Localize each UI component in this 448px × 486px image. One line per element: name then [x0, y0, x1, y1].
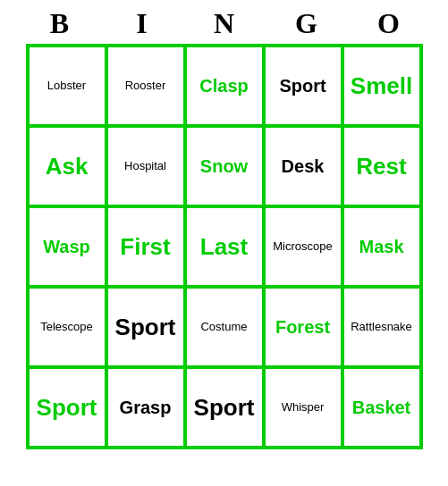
cell-r0-c1[interactable]: Rooster: [106, 46, 185, 126]
cell-r2-c2[interactable]: Last: [185, 206, 264, 287]
cell-r1-c1[interactable]: Hospital: [106, 126, 185, 206]
cell-r3-c1[interactable]: Sport: [106, 287, 185, 367]
cell-text: Telescope: [40, 321, 93, 333]
cell-text: Forest: [275, 317, 330, 337]
cell-text: Clasp: [199, 76, 248, 96]
cell-text: Grasp: [120, 398, 172, 417]
cell-r4-c0[interactable]: Sport: [28, 367, 106, 448]
cell-text: Lobster: [47, 80, 86, 92]
cell-text: Smell: [351, 73, 412, 99]
cell-text: Sport: [37, 395, 97, 421]
cell-r2-c1[interactable]: First: [106, 206, 185, 287]
cell-r1-c4[interactable]: Rest: [342, 126, 421, 206]
bingo-header: BINGO: [19, 7, 430, 40]
cell-text: Whisper: [282, 401, 325, 414]
cell-text: Mask: [359, 237, 403, 256]
cell-r3-c0[interactable]: Telescope: [28, 287, 106, 367]
bingo-letter: I: [103, 7, 182, 40]
cell-r4-c1[interactable]: Grasp: [106, 367, 185, 448]
cell-r1-c3[interactable]: Desk: [264, 126, 342, 206]
cell-text: Wasp: [43, 237, 90, 256]
cell-text: Sport: [279, 76, 325, 96]
cell-r0-c3[interactable]: Sport: [264, 46, 342, 126]
cell-r0-c4[interactable]: Smell: [342, 46, 421, 126]
bingo-grid: LobsterRoosterClaspSportSmellAskHospital…: [26, 44, 423, 449]
cell-r2-c3[interactable]: Microscope: [264, 206, 342, 287]
cell-r3-c2[interactable]: Costume: [185, 287, 264, 367]
cell-text: Ask: [46, 154, 89, 180]
cell-r2-c4[interactable]: Mask: [342, 206, 421, 287]
cell-text: Sport: [115, 314, 176, 340]
bingo-letter: G: [267, 7, 346, 40]
cell-text: Snow: [200, 156, 248, 176]
bingo-letter: N: [185, 7, 264, 40]
bingo-letter: O: [350, 7, 428, 40]
cell-text: Desk: [282, 156, 325, 176]
cell-text: Costume: [200, 321, 247, 333]
cell-r4-c4[interactable]: Basket: [342, 367, 421, 448]
cell-r4-c2[interactable]: Sport: [185, 367, 264, 448]
cell-r1-c2[interactable]: Snow: [185, 126, 264, 206]
cell-text: Rattlesnake: [351, 321, 412, 333]
cell-text: Basket: [352, 398, 411, 417]
cell-text: Microscope: [273, 240, 332, 253]
cell-text: Rest: [356, 154, 406, 180]
cell-text: Last: [200, 234, 248, 260]
cell-text: First: [120, 234, 170, 260]
bingo-letter: B: [21, 7, 99, 40]
cell-r3-c4[interactable]: Rattlesnake: [342, 287, 421, 367]
cell-r1-c0[interactable]: Ask: [28, 126, 106, 206]
cell-r4-c3[interactable]: Whisper: [264, 367, 342, 448]
cell-text: Hospital: [124, 160, 166, 172]
cell-r0-c2[interactable]: Clasp: [185, 46, 264, 126]
cell-r3-c3[interactable]: Forest: [264, 287, 342, 367]
cell-r2-c0[interactable]: Wasp: [28, 206, 106, 287]
cell-text: Rooster: [125, 80, 166, 92]
cell-r0-c0[interactable]: Lobster: [28, 46, 106, 126]
cell-text: Sport: [194, 395, 255, 421]
